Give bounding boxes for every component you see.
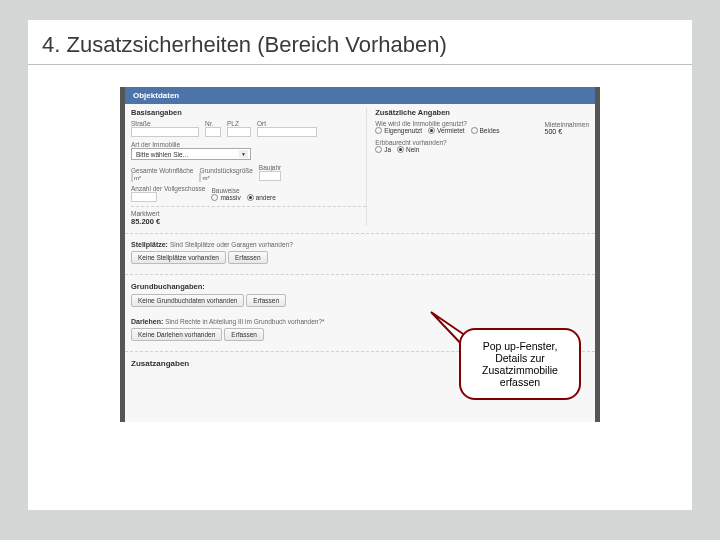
- erb-nein-label: Nein: [406, 146, 419, 153]
- nutzung-beides-radio[interactable]: Beides: [471, 127, 500, 134]
- nutzung-vermietet-radio[interactable]: Vermietet: [428, 127, 464, 134]
- baujahr-field: Baujahr: [259, 164, 281, 181]
- floors-row: Anzahl der Vollgeschosse Bauweise massiv…: [131, 185, 366, 202]
- callout-line-3: Zusatzimmobilie: [482, 364, 558, 376]
- ort-input[interactable]: [257, 127, 317, 137]
- stell-none-button[interactable]: Keine Stellplätze vorhanden: [131, 251, 226, 264]
- type-select[interactable]: Bitte wählen Sie…: [131, 148, 251, 160]
- bauweise-massiv-label: massiv: [220, 194, 240, 201]
- nutzung-row: Wie wird die Immobilie genutzt? Eigengen…: [375, 120, 589, 135]
- nr-label: Nr.: [205, 120, 221, 127]
- type-field: Art der Immobilie Bitte wählen Sie…: [131, 141, 366, 160]
- heading-divider: [28, 64, 692, 65]
- darlehen-text: Sind Rechte in Abteilung III im Grundbuc…: [165, 318, 324, 325]
- baujahr-input[interactable]: [259, 171, 281, 181]
- nutzung-vermietet-label: Vermietet: [437, 127, 464, 134]
- zusatz-column: Zusätzliche Angaben Wie wird die Immobil…: [366, 108, 589, 226]
- street-field: Straße: [131, 120, 199, 137]
- type-select-text: Bitte wählen Sie…: [136, 151, 189, 158]
- anzahl-field: Anzahl der Vollgeschosse: [131, 185, 205, 202]
- section-divider-1: [125, 233, 595, 234]
- bauweise-label: Bauweise: [211, 187, 279, 194]
- callout-line-1: Pop up-Fenster,: [483, 340, 558, 352]
- type-label: Art der Immobilie: [131, 141, 366, 148]
- miet-label: Mieteinnahmen: [545, 121, 589, 128]
- popup-titlebar: Objektdaten: [125, 87, 595, 104]
- grund-label: Grundstücksgröße: [199, 167, 252, 174]
- bauweise-andere-radio[interactable]: andere: [247, 194, 276, 201]
- basis-divider: [131, 206, 366, 207]
- erb-field: Erbbaurecht vorhanden? Ja Nein: [375, 139, 589, 154]
- darlehen-label: Darlehen:: [131, 318, 163, 325]
- street-input[interactable]: [131, 127, 199, 137]
- callout-bubble: Pop up-Fenster, Details zur Zusatzimmobi…: [459, 328, 581, 400]
- miet-value: 500 €: [545, 128, 589, 135]
- nutzung-field: Wie wird die Immobilie genutzt? Eigengen…: [375, 120, 538, 135]
- plz-label: PLZ: [227, 120, 251, 127]
- nutzung-label: Wie wird die Immobilie genutzt?: [375, 120, 538, 127]
- erb-nein-radio[interactable]: Nein: [397, 146, 419, 153]
- nutzung-eigen-label: Eigengenutzt: [384, 127, 422, 134]
- grund-field: Grundstücksgröße m²: [199, 167, 252, 181]
- address-row: Straße Nr. PLZ Ort: [131, 120, 366, 137]
- stell-erfassen-button[interactable]: Erfassen: [228, 251, 268, 264]
- slide-heading: 4. Zusatzsicherheiten (Bereich Vorhaben): [28, 20, 692, 58]
- stell-text: Sind Stellplätze oder Garagen vorhanden?: [170, 241, 293, 248]
- nr-field: Nr.: [205, 120, 221, 137]
- bauweise-field: Bauweise massiv andere: [211, 187, 279, 202]
- ort-label: Ort: [257, 120, 317, 127]
- nr-input[interactable]: [205, 127, 221, 137]
- plz-input[interactable]: [227, 127, 251, 137]
- wohn-unit: m²: [134, 175, 141, 181]
- bauweise-andere-label: andere: [256, 194, 276, 201]
- darlehen-none-button[interactable]: Keine Darlehen vorhanden: [131, 328, 222, 341]
- marktwert-value: 85.200 €: [131, 217, 366, 226]
- anzahl-label: Anzahl der Vollgeschosse: [131, 185, 205, 192]
- grund-unit: m²: [202, 175, 209, 181]
- street-label: Straße: [131, 120, 199, 127]
- basis-heading: Basisangaben: [131, 108, 366, 117]
- grundbuch-none-button[interactable]: Keine Grundbuchdaten vorhanden: [131, 294, 244, 307]
- marktwert-field: Marktwert 85.200 €: [131, 210, 366, 226]
- popup-screenshot: Objektdaten Basisangaben Straße Nr.: [120, 87, 600, 422]
- grundbuch-heading: Grundbuchangaben:: [131, 282, 589, 291]
- plz-field: PLZ: [227, 120, 251, 137]
- slide: 4. Zusatzsicherheiten (Bereich Vorhaben)…: [28, 20, 692, 510]
- stell-heading: Stellplätze:: [131, 241, 168, 248]
- popup-body: Basisangaben Straße Nr. PLZ: [125, 104, 595, 230]
- wohn-input[interactable]: [131, 173, 133, 182]
- nutzung-beides-label: Beides: [480, 127, 500, 134]
- wohn-field: Gesamte Wohnfläche m²: [131, 167, 193, 181]
- basis-column: Basisangaben Straße Nr. PLZ: [131, 108, 366, 226]
- size-row: Gesamte Wohnfläche m² Grundstücksgröße m…: [131, 164, 366, 181]
- wohn-label: Gesamte Wohnfläche: [131, 167, 193, 174]
- erb-ja-radio[interactable]: Ja: [375, 146, 391, 153]
- marktwert-label: Marktwert: [131, 210, 366, 217]
- grundbuch-erfassen-button[interactable]: Erfassen: [246, 294, 286, 307]
- darlehen-erfassen-button[interactable]: Erfassen: [224, 328, 264, 341]
- section-divider-2: [125, 274, 595, 275]
- anzahl-input[interactable]: [131, 192, 157, 202]
- bauweise-massiv-radio[interactable]: massiv: [211, 194, 240, 201]
- grundbuch-section: Grundbuchangaben: Keine Grundbuchdaten v…: [125, 278, 595, 314]
- nutzung-eigen-radio[interactable]: Eigengenutzt: [375, 127, 422, 134]
- miet-field: Mieteinnahmen 500 €: [545, 121, 589, 135]
- callout-line-2: Details zur: [495, 352, 545, 364]
- zusatz-heading: Zusätzliche Angaben: [375, 108, 589, 117]
- stell-section: Stellplätze: Sind Stellplätze oder Garag…: [125, 237, 595, 271]
- baujahr-label: Baujahr: [259, 164, 281, 171]
- ort-field: Ort: [257, 120, 317, 137]
- erb-ja-label: Ja: [384, 146, 391, 153]
- callout-line-4: erfassen: [500, 376, 540, 388]
- erb-label: Erbbaurecht vorhanden?: [375, 139, 589, 146]
